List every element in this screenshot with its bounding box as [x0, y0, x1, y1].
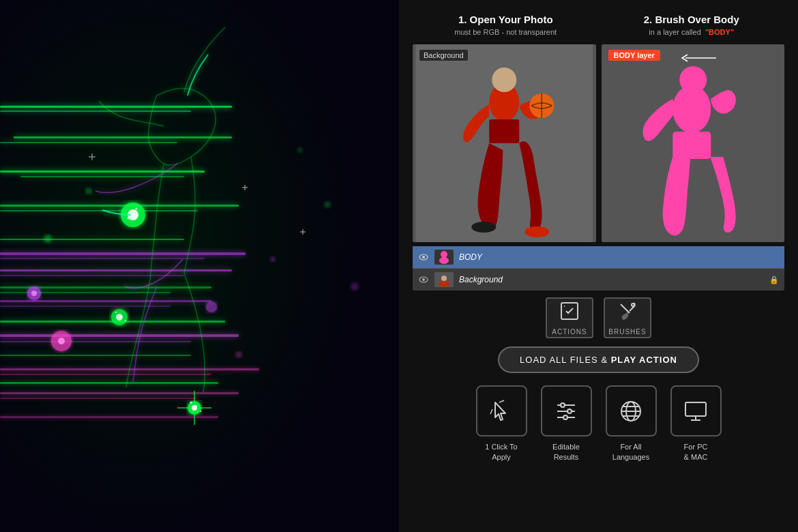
- svg-rect-19: [0, 275, 184, 276]
- svg-rect-3: [0, 110, 191, 112]
- play-action-button[interactable]: LOAD ALL FILES & PLAY ACTION: [498, 346, 699, 373]
- neon-effect-canvas: [0, 0, 399, 532]
- svg-point-58: [194, 405, 197, 408]
- svg-point-60: [200, 411, 201, 412]
- step2-title: 2. Brush Over Body: [599, 14, 785, 25]
- feature-languages: For AllLanguages: [606, 385, 657, 463]
- sliders-icon: [552, 397, 580, 426]
- svg-rect-8: [0, 205, 239, 207]
- svg-point-81: [441, 251, 447, 258]
- svg-rect-7: [20, 176, 184, 177]
- svg-point-89: [632, 304, 634, 306]
- svg-point-39: [44, 235, 52, 243]
- editable-label: EditableResults: [552, 442, 580, 463]
- instructions-row: 1. Open Your Photo must be RGB - not tra…: [413, 14, 784, 36]
- svg-rect-9: [0, 210, 198, 211]
- svg-point-52: [130, 212, 133, 215]
- languages-label: For AllLanguages: [612, 442, 649, 463]
- actions-button[interactable]: ACTIONS: [546, 297, 593, 338]
- svg-point-57: [125, 320, 126, 321]
- preview2-svg: [602, 44, 785, 242]
- svg-rect-6: [0, 171, 205, 173]
- svg-point-74: [524, 226, 549, 237]
- svg-point-38: [206, 301, 217, 312]
- svg-point-42: [235, 351, 242, 358]
- layer-visibility-eye[interactable]: [418, 252, 429, 263]
- cursor-icon: [487, 397, 516, 426]
- svg-point-43: [324, 201, 331, 208]
- svg-point-41: [270, 256, 276, 262]
- layers-panel: BODY Background 🔒: [413, 246, 784, 291]
- pc-icon-box: [670, 385, 722, 437]
- features-row: 1 Click ToApply EditableResults: [413, 385, 784, 463]
- svg-point-93: [561, 403, 565, 407]
- feature-click: 1 Click ToApply: [476, 385, 527, 463]
- right-panel: 1. Open Your Photo must be RGB - not tra…: [399, 0, 798, 532]
- lock-icon: 🔒: [769, 276, 779, 284]
- svg-point-37: [31, 291, 37, 296]
- layer-visibility-eye-bg[interactable]: [418, 274, 429, 285]
- svg-point-94: [567, 409, 572, 413]
- svg-point-35: [58, 338, 65, 344]
- svg-point-55: [120, 316, 122, 318]
- layer-row-body[interactable]: BODY: [413, 246, 784, 269]
- layer-thumb-body: [434, 250, 454, 265]
- svg-point-33: [116, 314, 123, 321]
- svg-rect-2: [0, 106, 232, 108]
- left-panel: [0, 0, 399, 532]
- svg-point-54: [128, 218, 130, 220]
- svg-rect-17: [0, 258, 205, 259]
- step1-subtitle: must be RGB - not transparent: [413, 28, 599, 36]
- brushes-label: BRUSHES: [608, 328, 646, 336]
- svg-rect-20: [0, 300, 211, 302]
- svg-rect-28: [0, 416, 218, 418]
- step2-subtitle: in a layer called "BODY": [599, 28, 785, 36]
- layer-thumb-bg: [434, 272, 454, 287]
- body-badge: BODY layer: [608, 50, 660, 61]
- preview-row: Background: [413, 44, 784, 242]
- svg-rect-101: [685, 402, 706, 416]
- step1-title: 1. Open Your Photo: [413, 14, 599, 25]
- click-label: 1 Click ToApply: [485, 442, 517, 463]
- svg-rect-14: [0, 355, 191, 356]
- monitor-icon: [681, 397, 710, 426]
- svg-rect-87: [439, 281, 449, 286]
- feature-editable: EditableResults: [541, 385, 592, 463]
- svg-point-40: [85, 188, 92, 194]
- actions-icon: [559, 301, 580, 325]
- step1-block: 1. Open Your Photo must be RGB - not tra…: [413, 14, 599, 36]
- languages-icon-box: [606, 385, 657, 437]
- brushes-icon: [617, 301, 638, 325]
- pc-mac-label: For PC& MAC: [684, 442, 708, 463]
- svg-rect-4: [14, 136, 232, 138]
- svg-rect-5: [0, 142, 177, 143]
- layer-name-bg: Background: [459, 275, 764, 284]
- svg-rect-27: [0, 398, 198, 399]
- globe-icon: [617, 397, 645, 426]
- layer-name-body: BODY: [459, 252, 779, 262]
- layer-row-background[interactable]: Background 🔒: [413, 269, 784, 291]
- svg-rect-26: [0, 392, 239, 394]
- svg-point-86: [441, 276, 447, 281]
- svg-point-84: [422, 278, 425, 281]
- step2-block: 2. Brush Over Body in a layer called "BO…: [599, 14, 785, 36]
- svg-rect-10: [0, 239, 184, 240]
- step2-highlight: "BODY": [705, 28, 734, 36]
- svg-rect-1: [0, 0, 399, 532]
- play-prefix: LOAD ALL FILES &: [520, 355, 611, 365]
- svg-rect-25: [0, 374, 211, 375]
- click-icon-box: [476, 385, 527, 437]
- svg-point-80: [422, 256, 425, 258]
- svg-point-82: [439, 257, 449, 264]
- preview1-label: Background: [419, 50, 468, 61]
- preview-body: BODY layer: [602, 44, 785, 242]
- svg-point-95: [563, 415, 567, 419]
- svg-rect-16: [0, 252, 246, 255]
- svg-rect-15: [0, 382, 218, 384]
- arrow-svg: [675, 48, 730, 68]
- svg-point-77: [673, 85, 711, 133]
- editable-icon-box: [541, 385, 592, 437]
- svg-point-53: [136, 208, 138, 210]
- svg-point-56: [115, 312, 117, 313]
- brushes-button[interactable]: BRUSHES: [604, 297, 651, 338]
